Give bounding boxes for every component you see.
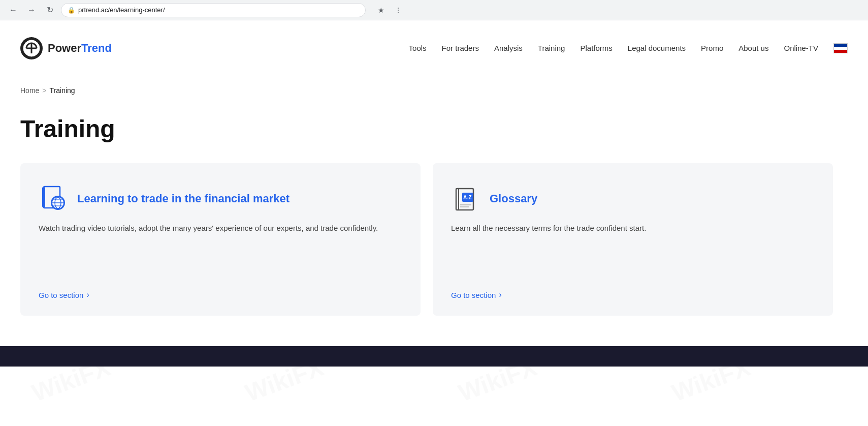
site-wrapper: WikiFX WikiFX WikiFX WikiFX WikiFX WikiF… — [0, 20, 868, 426]
logo[interactable]: PowerTrend — [20, 37, 112, 59]
nav-for-traders[interactable]: For traders — [442, 44, 479, 52]
browser-action-buttons: ★ ⋮ — [374, 3, 405, 17]
url-text: prtrend.ac/en/learning-center/ — [78, 6, 359, 14]
card-link-label-learning: Go to section — [39, 291, 83, 299]
trade-icon — [39, 184, 69, 214]
nav-online-tv[interactable]: Online-TV — [784, 44, 818, 52]
forward-button[interactable]: → — [24, 3, 39, 17]
card-glossary: A-Z Glossary Learn all the necessary ter… — [433, 163, 833, 316]
page-title: Training — [20, 115, 848, 143]
logo-text-accent: Trend — [81, 42, 112, 54]
nav-training[interactable]: Training — [538, 44, 565, 52]
main-nav: Tools For traders Analysis Training Plat… — [409, 43, 848, 53]
nav-legal-documents[interactable]: Legal documents — [628, 44, 686, 52]
card-link-label-glossary: Go to section — [451, 291, 496, 299]
svg-text:A-Z: A-Z — [463, 195, 472, 200]
card-header-glossary: A-Z Glossary — [451, 184, 815, 214]
address-bar[interactable]: 🔒 prtrend.ac/en/learning-center/ — [61, 3, 366, 17]
breadcrumb-home[interactable]: Home — [20, 86, 39, 95]
back-button[interactable]: ← — [6, 3, 20, 17]
card-header-learning: Learning to trade in the financial marke… — [39, 184, 402, 214]
card-desc-learning: Watch trading video tutorials, adopt the… — [39, 222, 402, 282]
card-title-learning: Learning to trade in the financial marke… — [77, 192, 290, 206]
nav-platforms[interactable]: Platforms — [580, 44, 612, 52]
card-link-arrow-glossary: › — [499, 290, 501, 299]
glossary-icon: A-Z — [451, 184, 481, 214]
logo-icon — [20, 37, 43, 59]
logo-text-plain: Power — [48, 42, 81, 54]
reload-button[interactable]: ↻ — [43, 3, 57, 17]
svg-rect-12 — [456, 189, 459, 210]
main-content: Training — [0, 100, 868, 346]
card-link-learning[interactable]: Go to section › — [39, 290, 402, 299]
site-footer — [0, 346, 868, 367]
breadcrumb-current: Training — [50, 86, 75, 95]
card-link-arrow-learning: › — [86, 290, 89, 299]
more-button[interactable]: ⋮ — [391, 3, 405, 17]
nav-promo[interactable]: Promo — [701, 44, 723, 52]
bookmark-button[interactable]: ★ — [374, 3, 388, 17]
card-title-glossary: Glossary — [490, 192, 537, 206]
browser-toolbar: ← → ↻ 🔒 prtrend.ac/en/learning-center/ ★… — [0, 0, 868, 20]
lock-icon: 🔒 — [68, 7, 75, 14]
nav-about-us[interactable]: About us — [738, 44, 768, 52]
breadcrumb-separator: > — [42, 86, 46, 95]
card-desc-glossary: Learn all the necessary terms for the tr… — [451, 222, 815, 282]
logo-text: PowerTrend — [48, 42, 112, 55]
breadcrumb: Home > Training — [0, 76, 868, 100]
card-link-glossary[interactable]: Go to section › — [451, 290, 815, 299]
nav-tools[interactable]: Tools — [409, 44, 427, 52]
language-flag[interactable] — [833, 43, 848, 53]
nav-analysis[interactable]: Analysis — [494, 44, 523, 52]
site-header: PowerTrend Tools For traders Analysis Tr… — [0, 20, 868, 76]
card-learning-to-trade: Learning to trade in the financial marke… — [20, 163, 421, 316]
cards-grid: Learning to trade in the financial marke… — [20, 163, 833, 316]
